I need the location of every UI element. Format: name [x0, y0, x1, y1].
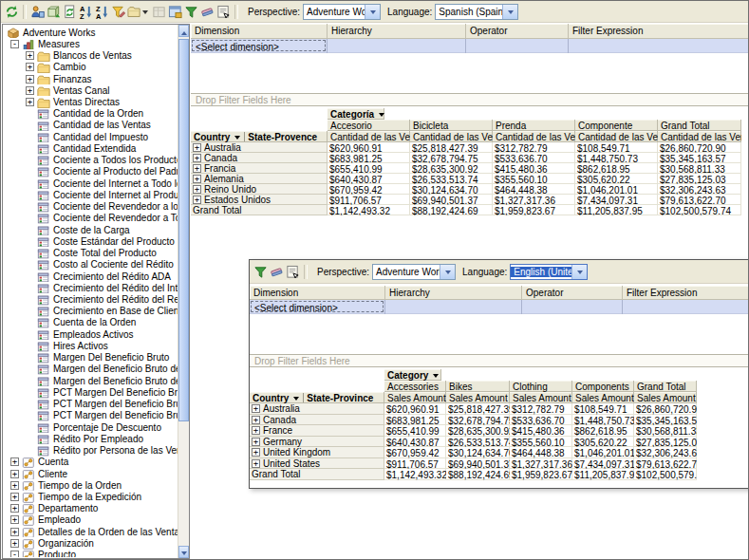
row-label-cell[interactable]: +Germany: [250, 437, 384, 448]
tree-item[interactable]: Cantidad Extendida: [4, 142, 178, 154]
data-cell[interactable]: $35,345,163.57: [634, 415, 697, 426]
data-cell[interactable]: $11,205,837.95: [575, 205, 658, 215]
properties-icon[interactable]: [215, 4, 232, 20]
combo-dropdown-icon[interactable]: [502, 5, 517, 19]
data-cell[interactable]: $32,678,794.75: [446, 415, 510, 426]
data-cell[interactable]: $640,430.87: [328, 174, 410, 184]
data-cell[interactable]: $862,618.95: [575, 163, 658, 174]
report-grid-icon[interactable]: [167, 4, 183, 20]
tree-item[interactable]: -Producto: [4, 550, 178, 557]
expander-plus-icon[interactable]: +: [10, 504, 19, 513]
data-cell[interactable]: $30,568,811.33: [658, 163, 741, 174]
tree-item[interactable]: +Ventas Directas: [4, 96, 178, 107]
options-caret-icon[interactable]: [142, 10, 148, 17]
data-cell[interactable]: $533,636.70: [493, 153, 575, 163]
tree-item[interactable]: Cociente del Revendedor a Todos lo: [4, 213, 178, 224]
data-cell[interactable]: $464,448.38: [510, 447, 572, 458]
perspective-combo[interactable]: Adventure Works: [303, 4, 381, 20]
autoexists-disabled-icon[interactable]: [151, 4, 167, 20]
row-label-cell[interactable]: +Alemania: [191, 174, 328, 184]
filter-row-cell[interactable]: [328, 39, 466, 53]
data-cell[interactable]: $862,618.95: [572, 425, 634, 437]
reconnect-icon[interactable]: [4, 4, 20, 20]
data-cell[interactable]: $102,500,579.74: [634, 469, 697, 480]
data-cell[interactable]: $88,192,424.69: [446, 469, 510, 480]
data-cell[interactable]: $30,124,634.70: [410, 184, 493, 195]
data-cell[interactable]: $28,635,300.92: [410, 163, 493, 174]
scroll-down-icon[interactable]: [178, 546, 189, 558]
tree-item[interactable]: Adventure Works: [4, 27, 178, 38]
tree-item[interactable]: Cantidad de la Orden: [4, 108, 178, 120]
data-cell[interactable]: $312,782.79: [510, 403, 572, 415]
data-cell[interactable]: $911,706.57: [328, 195, 410, 205]
expander-plus-icon[interactable]: +: [193, 196, 201, 204]
filter-column-header[interactable]: Dimension: [250, 286, 385, 300]
data-cell[interactable]: $415,480.36: [493, 163, 575, 174]
expander-plus-icon[interactable]: +: [10, 539, 19, 548]
filter-row-cell[interactable]: [466, 39, 569, 53]
tree-item[interactable]: PCT Margen Del Beneficio Bruto: [4, 386, 178, 398]
tree-item[interactable]: Coste Total del Producto: [4, 247, 178, 258]
filter-drop-zone[interactable]: Drop Filter Fields Here: [191, 93, 749, 106]
expander-plus-icon[interactable]: +: [26, 51, 34, 60]
data-cell[interactable]: $28,635,300.92: [446, 425, 510, 437]
column-field-cell[interactable]: Category: [384, 369, 441, 381]
data-cell[interactable]: $1,327,317.36: [493, 195, 575, 205]
tree-item[interactable]: +Tiempo de la Expedición: [4, 491, 178, 502]
tree-item[interactable]: +Cuenta: [4, 457, 178, 468]
data-cell[interactable]: $26,533,513.74: [446, 437, 510, 448]
tree-item[interactable]: +Tiempo de la Orden: [4, 479, 178, 491]
data-cell[interactable]: $533,636.70: [510, 415, 572, 426]
language-combo[interactable]: English (United State: [510, 264, 588, 280]
process-cube-icon[interactable]: [46, 4, 62, 20]
eraser-icon[interactable]: [199, 4, 215, 20]
row-label-cell[interactable]: +France: [250, 425, 384, 437]
data-cell[interactable]: $30,568,811.33: [634, 425, 697, 437]
expander-plus-icon[interactable]: +: [193, 143, 201, 152]
data-cell[interactable]: $88,192,424.69: [410, 205, 493, 215]
expander-minus-icon[interactable]: -: [10, 551, 19, 557]
tree-item[interactable]: +Blancos de Ventas: [4, 49, 178, 61]
data-cell[interactable]: $1,448,750.73: [572, 415, 634, 426]
tree-item[interactable]: PCT Margen del Beneficio Bruto del R: [4, 410, 178, 421]
tree-item[interactable]: Porcentaje De Descuento: [4, 421, 178, 433]
sort-descending-icon[interactable]: ZA: [94, 4, 110, 20]
select-dimension-cell[interactable]: <Select dimension>: [251, 301, 384, 312]
data-cell[interactable]: $1,046,201.01: [572, 447, 634, 458]
measure-header[interactable]: Sales Amount: [384, 392, 446, 403]
expander-plus-icon[interactable]: +: [252, 426, 260, 435]
tree-scrollbar[interactable]: [178, 25, 189, 558]
row-label-cell[interactable]: +Canada: [250, 415, 384, 426]
tree-item[interactable]: Margen Del Beneficio Bruto: [4, 352, 178, 364]
measure-header[interactable]: Cantidad de las Ventas: [575, 131, 658, 142]
row-label-cell[interactable]: +United Kingdom: [250, 447, 384, 458]
data-cell[interactable]: $683,981.25: [328, 153, 410, 163]
column-header[interactable]: Clothing: [510, 381, 572, 392]
expander-plus-icon[interactable]: +: [10, 470, 19, 478]
combo-dropdown-icon[interactable]: [571, 265, 587, 279]
tree-item[interactable]: Cociente del Internet al Producto de: [4, 189, 178, 200]
tree-item[interactable]: Margen del Beneficio Bruto del Intern: [4, 364, 178, 375]
column-field-cell[interactable]: Categoría: [328, 108, 384, 120]
data-cell[interactable]: $108,549.71: [575, 142, 658, 153]
data-cell[interactable]: $464,448.38: [493, 184, 575, 195]
tree-item[interactable]: Cantidad del Impuesto: [4, 131, 178, 142]
tree-item[interactable]: +Organización: [4, 537, 178, 549]
measure-header[interactable]: Sales Amount: [446, 392, 510, 403]
filter-column-header[interactable]: Hierarchy: [385, 286, 522, 300]
expander-plus-icon[interactable]: +: [10, 457, 19, 466]
measure-header[interactable]: Cantidad de las Ventas: [410, 131, 493, 142]
data-cell[interactable]: $30,124,634.70: [446, 447, 510, 458]
expander-plus-icon[interactable]: +: [193, 175, 201, 183]
tree-item[interactable]: Empleados Activos: [4, 328, 178, 340]
edit-filter-icon[interactable]: [110, 4, 126, 20]
data-cell[interactable]: $620,960.91: [384, 403, 446, 415]
tree-item[interactable]: Costo al Cociente del Rédito: [4, 259, 178, 271]
eraser-icon[interactable]: [269, 264, 285, 280]
scroll-thumb[interactable]: [178, 39, 189, 421]
language-combo[interactable]: Spanish (Spain): [435, 4, 518, 20]
properties-icon[interactable]: [285, 264, 301, 280]
column-header[interactable]: Bikes: [446, 381, 510, 392]
data-cell[interactable]: $305,620.22: [575, 174, 658, 184]
tree-item[interactable]: Cociente al Producto del Padre: [4, 166, 178, 177]
